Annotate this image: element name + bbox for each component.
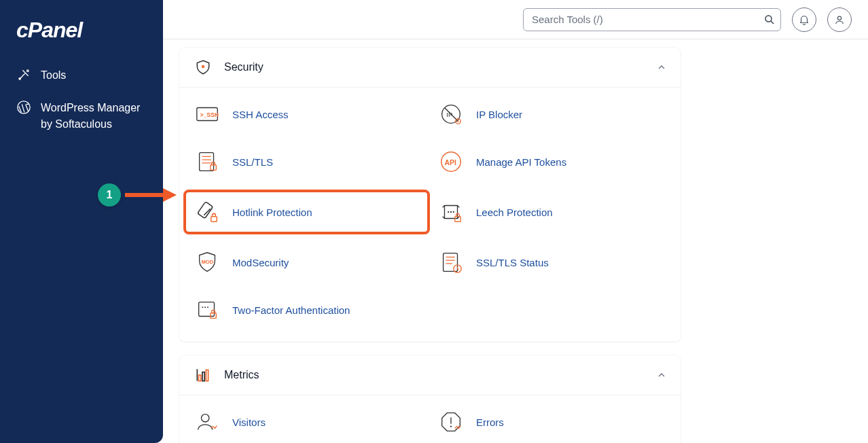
item-ssl-tls-status[interactable]: SSL/TLS Status	[430, 245, 674, 279]
svg-point-19	[450, 211, 452, 213]
item-label: Manage API Tokens	[476, 156, 566, 168]
svg-point-27	[204, 306, 206, 308]
item-label: IP Blocker	[476, 109, 522, 120]
main: Security >_SSH SSH Access	[163, 39, 868, 443]
notifications-button[interactable]	[792, 7, 816, 32]
svg-text:>_SSH: >_SSH	[200, 111, 219, 118]
item-hotlink-protection[interactable]: Hotlink Protection	[183, 190, 430, 234]
sidebar-label-tools: Tools	[41, 67, 66, 84]
item-api-tokens[interactable]: API Manage API Tokens	[430, 145, 674, 179]
svg-point-1	[27, 70, 29, 72]
svg-text:IP: IP	[446, 111, 452, 118]
item-label: ModSecurity	[232, 257, 289, 268]
item-ssh-access[interactable]: >_SSH SSH Access	[186, 97, 430, 131]
bell-icon	[798, 14, 810, 26]
svg-rect-25	[199, 302, 215, 317]
brand-logo: cPanel	[0, 12, 163, 59]
metrics-icon	[194, 366, 212, 384]
item-label: Leech Protection	[476, 207, 553, 218]
item-errors[interactable]: Errors	[430, 405, 674, 439]
item-label: Two-Factor Authentication	[232, 304, 350, 316]
security-grid: >_SSH SSH Access IP IP Blocker	[179, 88, 681, 342]
svg-point-11	[457, 120, 458, 122]
wordpress-icon	[16, 100, 31, 115]
leech-icon	[438, 199, 464, 225]
svg-point-20	[453, 211, 454, 213]
item-ssl-tls[interactable]: SSL/TLS	[186, 145, 430, 179]
hotlink-icon	[194, 199, 220, 225]
item-label: Errors	[476, 417, 504, 428]
search-input[interactable]	[523, 8, 781, 31]
api-tokens-icon: API	[438, 149, 464, 175]
tools-icon	[16, 67, 31, 82]
svg-rect-30	[199, 375, 201, 381]
item-label: Visitors	[232, 417, 266, 428]
sidebar-item-wordpress[interactable]: WordPress Manager by Softaculous	[0, 92, 163, 141]
svg-rect-12	[200, 153, 214, 171]
user-icon	[833, 14, 846, 26]
svg-rect-32	[206, 370, 208, 380]
svg-text:API: API	[445, 159, 456, 166]
search-icon[interactable]	[763, 14, 776, 26]
visitors-icon	[194, 409, 220, 435]
panel-metrics: Metrics Visitors	[179, 355, 681, 443]
ssl-status-icon	[438, 249, 464, 275]
sidebar: cPanel Tools WordPress Manager by Softac…	[0, 0, 163, 443]
panel-title-metrics: Metrics	[224, 369, 259, 381]
brand-text: cPanel	[16, 18, 82, 42]
sidebar-label-wordpress: WordPress Manager by Softaculous	[41, 100, 147, 132]
item-label: Hotlink Protection	[232, 207, 312, 218]
svg-rect-29	[211, 313, 217, 319]
svg-point-18	[448, 211, 449, 213]
ip-blocker-icon: IP	[438, 101, 464, 127]
svg-point-28	[207, 306, 209, 308]
panel-header-metrics[interactable]: Metrics	[179, 355, 681, 395]
arrow-right-icon	[124, 187, 177, 203]
svg-point-4	[837, 16, 841, 20]
svg-marker-38	[163, 188, 177, 202]
sidebar-item-tools[interactable]: Tools	[0, 59, 163, 92]
svg-rect-16	[198, 202, 213, 219]
chevron-up-icon[interactable]	[656, 62, 667, 73]
svg-rect-23	[444, 253, 458, 272]
svg-point-3	[765, 16, 772, 22]
modsecurity-icon: MOD	[194, 249, 220, 275]
shield-icon	[194, 58, 212, 76]
metrics-grid: Visitors Errors	[179, 395, 681, 443]
svg-point-33	[201, 414, 209, 422]
item-two-factor[interactable]: Two-Factor Authentication	[186, 293, 430, 327]
svg-point-5	[202, 65, 204, 68]
panel-header-security[interactable]: Security	[179, 48, 681, 88]
panel-title-security: Security	[224, 61, 264, 73]
svg-point-34	[450, 426, 452, 427]
item-label: SSH Access	[232, 109, 289, 120]
item-leech-protection[interactable]: Leech Protection	[430, 192, 674, 232]
svg-rect-31	[202, 372, 204, 381]
panel-security: Security >_SSH SSH Access	[179, 48, 681, 342]
svg-text:MOD: MOD	[201, 259, 213, 265]
user-button[interactable]	[827, 7, 852, 32]
callout-badge: 1	[98, 183, 121, 207]
item-ip-blocker[interactable]: IP IP Blocker	[430, 97, 674, 131]
chevron-up-icon[interactable]	[656, 370, 667, 380]
item-label: SSL/TLS Status	[476, 257, 549, 268]
two-factor-icon	[194, 297, 220, 323]
callout-annotation: 1	[98, 183, 177, 207]
callout-number: 1	[107, 189, 113, 201]
svg-rect-17	[211, 217, 217, 222]
errors-icon	[438, 409, 464, 435]
item-label: SSL/TLS	[232, 156, 273, 168]
item-visitors[interactable]: Visitors	[186, 405, 430, 439]
search-container	[523, 8, 781, 31]
ssh-icon: >_SSH	[194, 101, 220, 127]
svg-point-26	[202, 306, 203, 308]
item-modsecurity[interactable]: MOD ModSecurity	[186, 245, 430, 279]
topbar	[163, 0, 868, 39]
ssl-tls-icon	[194, 149, 220, 175]
